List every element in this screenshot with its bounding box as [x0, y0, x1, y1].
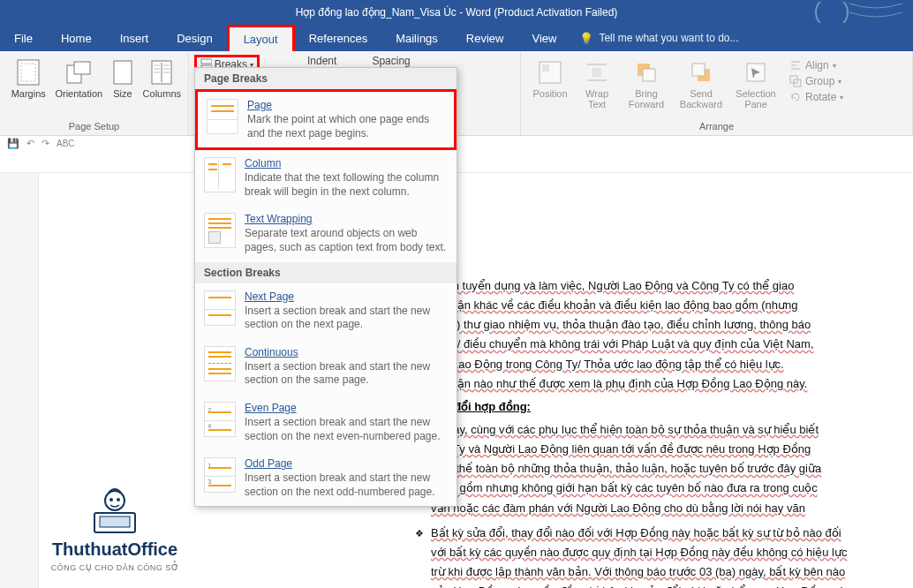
- doc-line: thỏa thuận khác về các điều khoản và điề…: [415, 297, 895, 314]
- document-body[interactable]: thời gian tuyển dụng và làm việc, Người …: [415, 277, 895, 588]
- group-arrange: Position Wrap Text Bring Forward Send Ba…: [521, 51, 913, 135]
- item-desc: Indicate that the text following the col…: [245, 171, 448, 199]
- selection-pane-icon: [742, 58, 770, 87]
- break-continuous-item[interactable]: ContinuousInsert a section break and sta…: [195, 339, 456, 395]
- dropdown-header-page-breaks: Page Breaks: [195, 68, 456, 89]
- mascot-icon: [84, 483, 146, 536]
- svg-rect-36: [100, 516, 130, 527]
- item-title: Odd Page: [245, 457, 448, 470]
- doc-bullet: ng này, cùng với các phụ lục thể hiện to…: [415, 421, 895, 519]
- doc-line: , bao gồm nhưng không giới hạn bất kỳ cá…: [431, 479, 821, 497]
- svg-point-38: [109, 498, 113, 501]
- bring-forward-icon: [632, 58, 660, 87]
- item-desc: Insert a section break and start the new…: [245, 416, 448, 443]
- break-oddpage-item[interactable]: 13 Odd PageInsert a section break and st…: [195, 450, 456, 506]
- breaks-dropdown: Page Breaks PageMark the point at which …: [194, 67, 457, 507]
- break-evenpage-item[interactable]: 24 Even PageInsert a section break and s…: [195, 395, 456, 450]
- break-textwrap-item[interactable]: Text WrappingSeparate text around object…: [195, 206, 456, 261]
- tab-file[interactable]: File: [0, 25, 47, 51]
- item-desc: Insert a section break and start the new…: [245, 360, 448, 388]
- item-title: Text Wrapping: [245, 213, 448, 225]
- position-button[interactable]: Position: [528, 55, 572, 99]
- doc-line: thỏa thuận nào như thế được xem là phụ đ…: [415, 375, 895, 393]
- doc-line: thay thế toàn bộ những thỏa thuận, thảo …: [431, 460, 821, 478]
- nextpage-break-icon: [204, 290, 236, 326]
- tab-design[interactable]: Design: [162, 25, 226, 51]
- item-title: Continuous: [245, 346, 448, 358]
- watermark-logo: ThuthuatOffice CÔNG CỤ CHO DÂN CÔNG SỞ: [35, 483, 194, 572]
- selection-pane-button[interactable]: Selection Pane: [731, 55, 781, 109]
- tab-mailings[interactable]: Mailings: [381, 25, 452, 51]
- undo-icon[interactable]: ↶: [26, 138, 34, 149]
- column-break-icon: [204, 157, 236, 192]
- rotate-icon: [789, 91, 802, 103]
- svg-rect-26: [643, 69, 655, 81]
- svg-rect-5: [114, 61, 132, 84]
- columns-icon: [147, 58, 176, 87]
- margins-button[interactable]: Margins: [7, 55, 49, 99]
- item-title: Next Page: [245, 290, 448, 303]
- dropdown-header-section-breaks: Section Breaks: [195, 262, 456, 283]
- columns-button[interactable]: Columns: [143, 55, 181, 99]
- tab-layout[interactable]: Layout: [227, 25, 295, 51]
- tab-references[interactable]: References: [295, 25, 381, 51]
- redo-icon[interactable]: ↷: [42, 138, 49, 149]
- doc-line: Bất kỳ sửa đổi, thay đổi nào đối với Hợp…: [431, 524, 853, 542]
- orientation-icon: [64, 58, 93, 87]
- svg-rect-21: [542, 64, 549, 72]
- spellcheck-icon[interactable]: ABC: [57, 139, 75, 148]
- save-icon[interactable]: 💾: [7, 138, 19, 149]
- item-title: Even Page: [245, 402, 448, 414]
- tab-review[interactable]: Review: [452, 25, 518, 51]
- doc-line: ng này, cùng với các phụ lục thể hiện to…: [431, 421, 821, 439]
- align-button[interactable]: Align▾: [786, 58, 847, 72]
- doc-line: ội Quy Lao Động trong Công Ty/ Thỏa ước …: [415, 356, 895, 373]
- svg-point-0: [816, 2, 848, 23]
- doc-line: vấn hoặc các đàm phán với Người Lao Động…: [431, 500, 821, 517]
- tab-view[interactable]: View: [517, 25, 570, 51]
- doc-line: ại lương/ điều chuyển mà không trái với …: [415, 335, 895, 353]
- tab-insert[interactable]: Insert: [106, 25, 163, 51]
- group-label-arrange: Arrange: [528, 121, 905, 135]
- group-page-setup: Margins Orientation Size Columns Page Se…: [0, 51, 189, 135]
- doc-line: ông Ty và Người Lao Động liên quan tới v…: [431, 441, 821, 458]
- wrap-text-button[interactable]: Wrap Text: [577, 55, 616, 109]
- item-desc: Insert a section break and start the new…: [245, 305, 448, 332]
- svg-point-39: [117, 498, 120, 501]
- indent-label: Indent: [307, 55, 336, 67]
- position-icon: [536, 58, 564, 87]
- item-title: Page: [247, 99, 445, 111]
- size-button[interactable]: Size: [108, 55, 137, 99]
- doc-heading: và sửa đổi hợp đồng:: [415, 398, 895, 416]
- watermark-subtitle: CÔNG CỤ CHO DÂN CÔNG SỞ: [51, 563, 179, 572]
- item-title: Column: [245, 157, 448, 170]
- group-icon: [789, 75, 802, 87]
- doc-line: của Hợp Đồng có quyền đề nghị bên kia sử…: [431, 583, 853, 588]
- break-column-item[interactable]: ColumnIndicate that the text following t…: [195, 150, 456, 206]
- oddpage-break-icon: 13: [204, 457, 236, 493]
- tab-home[interactable]: Home: [47, 25, 106, 51]
- ribbon-tabs: File Home Insert Design Layout Reference…: [0, 25, 913, 51]
- title-decoration-icon: [796, 2, 902, 23]
- doc-line: trừ khi được lập thành văn bản. Với thôn…: [431, 563, 853, 581]
- break-page-item[interactable]: PageMark the point at which one page end…: [195, 89, 456, 150]
- window-title: Hợp đồng lao động_Nam_Visa Úc - Word (Pr…: [296, 6, 618, 19]
- lightbulb-icon: 💡: [579, 32, 593, 45]
- orientation-button[interactable]: Orientation: [55, 55, 102, 99]
- size-icon: [109, 58, 137, 87]
- break-nextpage-item[interactable]: Next PageInsert a section break and star…: [195, 283, 456, 339]
- page-break-icon: [207, 99, 238, 134]
- item-desc: Mark the point at which one page ends an…: [247, 113, 445, 140]
- rotate-button[interactable]: Rotate▾: [786, 90, 847, 104]
- bring-forward-button[interactable]: Bring Forward: [622, 55, 671, 109]
- item-desc: Separate text around objects on web page…: [245, 227, 448, 254]
- group-label-page-setup: Page Setup: [7, 121, 181, 135]
- send-backward-button[interactable]: Send Backward: [676, 55, 726, 109]
- svg-rect-28: [692, 64, 705, 76]
- group-button[interactable]: Group▾: [786, 74, 847, 88]
- doc-line: với bất kỳ các quyền nào được quy định t…: [431, 544, 853, 562]
- quick-access-toolbar: 💾 ↶ ↷ ABC: [7, 138, 75, 149]
- tell-me-search[interactable]: 💡 Tell me what you want to do...: [570, 25, 747, 51]
- vertical-ruler[interactable]: [0, 173, 39, 588]
- textwrap-break-icon: [204, 213, 236, 248]
